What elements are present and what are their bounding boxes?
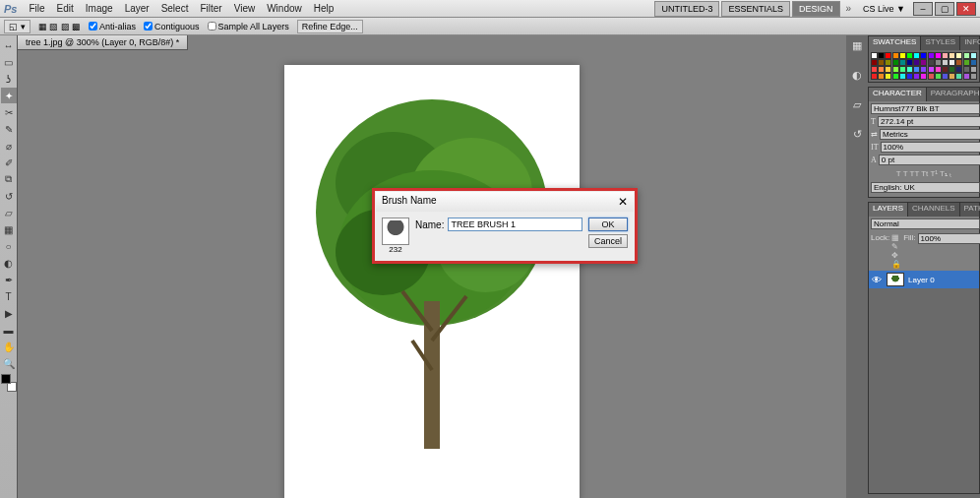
swatch[interactable]	[970, 66, 977, 73]
swatch[interactable]	[878, 73, 885, 80]
history-brush-tool-icon[interactable]: ↺	[1, 188, 17, 204]
lock-icons[interactable]: ▦ ✎ ✥ 🔒	[891, 233, 901, 269]
swatch[interactable]	[871, 52, 878, 59]
tool-preset-dropdown[interactable]: ◱ ▾	[4, 20, 31, 33]
tab-styles[interactable]: STYLES	[921, 36, 960, 50]
menu-select[interactable]: Select	[155, 3, 195, 14]
swatch[interactable]	[928, 52, 935, 59]
swatch[interactable]	[970, 59, 977, 66]
tab-paragraph[interactable]: PARAGRAPH	[927, 88, 980, 101]
swatch[interactable]	[892, 52, 899, 59]
menu-window[interactable]: Window	[261, 3, 308, 14]
window-maximize-button[interactable]: ▢	[935, 2, 954, 16]
selection-mode-icons[interactable]: ▦ ▧ ▨ ▩	[38, 22, 82, 31]
swatch[interactable]	[935, 59, 942, 66]
swatch[interactable]	[878, 59, 885, 66]
eyedropper-tool-icon[interactable]: ✎	[1, 121, 17, 137]
window-close-button[interactable]: ✕	[956, 2, 976, 16]
lasso-tool-icon[interactable]: ʖ	[1, 71, 17, 87]
tab-layers[interactable]: LAYERS	[869, 203, 908, 217]
menu-help[interactable]: Help	[308, 3, 340, 14]
swatch[interactable]	[970, 52, 977, 59]
brush-tool-icon[interactable]: ✐	[1, 155, 17, 170]
swatch[interactable]	[963, 52, 970, 59]
layer-thumbnail[interactable]	[887, 273, 904, 286]
tab-swatches[interactable]: SWATCHES	[869, 36, 921, 50]
layer-row[interactable]: 👁 Layer 0	[869, 271, 979, 288]
adjustments-panel-icon[interactable]: ◐	[848, 69, 866, 87]
refine-edge-button[interactable]: Refine Edge...	[297, 20, 363, 33]
tab-paths[interactable]: PATHS	[960, 203, 980, 217]
shape-tool-icon[interactable]: ▬	[1, 322, 17, 338]
window-minimize-button[interactable]: –	[913, 2, 933, 16]
type-style-buttons[interactable]: T T TT Tt T¹ T₁ ₜ	[871, 167, 977, 180]
swatch[interactable]	[955, 52, 962, 59]
tab-info[interactable]: INFO	[960, 36, 980, 50]
swatch[interactable]	[885, 52, 891, 59]
swatch[interactable]	[928, 73, 935, 80]
vscale-input[interactable]	[881, 142, 980, 153]
clone-stamp-tool-icon[interactable]: ⧉	[1, 171, 17, 187]
menu-filter[interactable]: Filter	[194, 3, 227, 14]
swatch[interactable]	[935, 52, 942, 59]
swatch[interactable]	[920, 73, 927, 80]
swatch[interactable]	[892, 73, 899, 80]
swatch[interactable]	[949, 59, 955, 66]
menu-view[interactable]: View	[228, 3, 262, 14]
swatch[interactable]	[906, 66, 913, 73]
workspace-design[interactable]: DESIGN	[792, 1, 840, 17]
swatch[interactable]	[871, 66, 878, 73]
swatch[interactable]	[878, 52, 885, 59]
swatch[interactable]	[955, 66, 962, 73]
swatch[interactable]	[871, 59, 878, 66]
swatch[interactable]	[913, 52, 920, 59]
ok-button[interactable]: OK	[588, 218, 628, 231]
contiguous-checkbox[interactable]: Contiguous	[144, 22, 200, 31]
dialog-close-button[interactable]: ✕	[618, 195, 628, 209]
swatch[interactable]	[949, 52, 955, 59]
language-input[interactable]	[871, 182, 980, 193]
swatch[interactable]	[955, 59, 962, 66]
pen-tool-icon[interactable]: ✒	[1, 272, 17, 287]
font-family-input[interactable]	[871, 103, 980, 114]
swatch[interactable]	[949, 66, 955, 73]
marquee-tool-icon[interactable]: ▭	[1, 54, 17, 70]
path-selection-tool-icon[interactable]: ▶	[1, 305, 17, 321]
menu-image[interactable]: Image	[80, 3, 119, 14]
dodge-tool-icon[interactable]: ◐	[1, 255, 17, 271]
cancel-button[interactable]: Cancel	[588, 234, 628, 248]
menu-edit[interactable]: Edit	[51, 3, 80, 14]
kerning-input[interactable]	[880, 129, 980, 140]
brush-name-input[interactable]	[448, 218, 582, 231]
swatch[interactable]	[885, 59, 891, 66]
swatch[interactable]	[970, 73, 977, 80]
swatch[interactable]	[899, 66, 906, 73]
zoom-tool-icon[interactable]: 🔍	[1, 355, 17, 371]
document-canvas[interactable]	[284, 65, 580, 498]
swatch[interactable]	[885, 66, 891, 73]
swatch[interactable]	[899, 52, 906, 59]
swatch[interactable]	[935, 73, 942, 80]
foreground-background-colors[interactable]	[1, 374, 17, 392]
tab-character[interactable]: CHARACTER	[869, 88, 927, 101]
masks-panel-icon[interactable]: ▱	[848, 98, 866, 116]
swatch[interactable]	[913, 73, 920, 80]
swatch[interactable]	[949, 73, 955, 80]
layer-name[interactable]: Layer 0	[908, 276, 935, 284]
swatches-grid[interactable]	[869, 50, 979, 82]
swatch[interactable]	[963, 59, 970, 66]
swatch[interactable]	[935, 66, 942, 73]
swatch[interactable]	[942, 52, 949, 59]
gradient-tool-icon[interactable]: ▦	[1, 221, 17, 237]
visibility-icon[interactable]: 👁	[871, 275, 883, 285]
document-tab[interactable]: tree 1.jpg @ 300% (Layer 0, RGB/8#) *	[18, 35, 188, 50]
healing-brush-tool-icon[interactable]: ⌀	[1, 138, 17, 154]
tab-channels[interactable]: CHANNELS	[908, 203, 960, 217]
swatch[interactable]	[955, 73, 962, 80]
blend-mode-input[interactable]	[871, 218, 980, 229]
swatch[interactable]	[942, 59, 949, 66]
swatch[interactable]	[920, 66, 927, 73]
cslive-menu[interactable]: CS Live ▼	[857, 2, 911, 16]
antialias-checkbox[interactable]: Anti-alias	[89, 22, 136, 31]
sample-all-layers-checkbox[interactable]: Sample All Layers	[208, 22, 289, 31]
